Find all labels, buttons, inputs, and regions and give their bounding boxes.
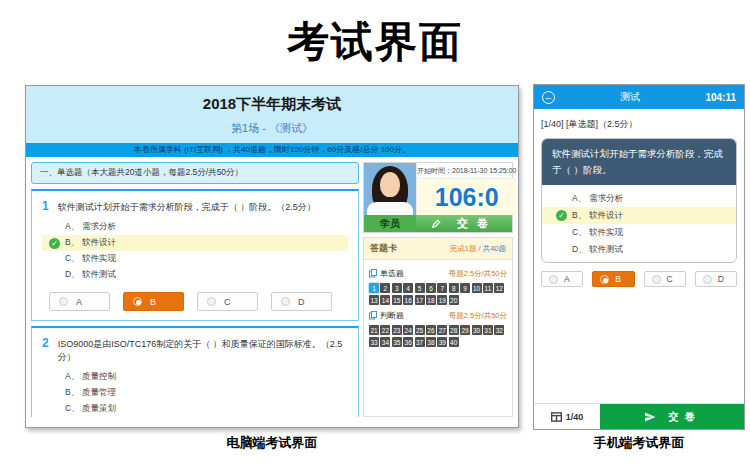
number-grid-true-false: 2122232425262728293031323334353637383940 [369, 325, 507, 349]
answer-card-toggle[interactable]: 1/40 [534, 404, 600, 429]
question-area: 一、单选题（本大题共20道小题，每题2.5分/共50分） 1 软件测试计划开始于… [31, 162, 359, 417]
answer-card-number-35[interactable]: 35 [392, 337, 402, 347]
answer-card-number-6[interactable]: 6 [426, 283, 436, 293]
option-letter: A、 [65, 371, 82, 383]
answer-card-number-13[interactable]: 13 [369, 295, 379, 305]
section-name-label: 单选题 [380, 268, 404, 279]
option-row-c[interactable]: C、 软件实现 [542, 224, 736, 241]
progress-counter: 1/40 [566, 412, 584, 422]
radio-icon [281, 297, 290, 306]
answer-button-d[interactable]: D [271, 292, 332, 311]
answer-card-number-40[interactable]: 40 [449, 337, 459, 347]
section-score: 每题2.5分/共50分 [449, 269, 507, 279]
option-row-b[interactable]: B、 质量管理 [42, 385, 348, 401]
answer-button-a[interactable]: A [49, 292, 110, 311]
submit-exam-button[interactable]: 交卷 [416, 215, 512, 232]
answer-card-number-37[interactable]: 37 [415, 337, 425, 347]
option-row-c[interactable]: C、 质量策划 [42, 401, 348, 417]
option-letter: A、 [572, 193, 589, 205]
answer-card-number-5[interactable]: 5 [415, 283, 425, 293]
exam-info-bar: 本卷所属学科 (IT/互联网) ，共40道题，限时120分钟，60分及格/总分 … [26, 143, 518, 157]
answer-button-d[interactable]: D [695, 271, 737, 287]
answer-card-number-19[interactable]: 19 [437, 295, 447, 305]
submit-label: 交卷 [663, 410, 701, 424]
answer-card-number-27[interactable]: 27 [437, 325, 447, 335]
radio-icon [133, 297, 142, 306]
answer-button-a[interactable]: A [541, 271, 583, 287]
answer-button-label: A [564, 274, 570, 284]
option-row-a[interactable]: A、 需求分析 [42, 219, 348, 235]
back-icon[interactable]: ← [542, 91, 555, 104]
answer-button-label: C [224, 297, 231, 307]
option-row-d[interactable]: D、 软件测试 [542, 241, 736, 258]
check-icon: ✓ [49, 238, 60, 249]
answer-card-number-16[interactable]: 16 [403, 295, 413, 305]
radio-icon [652, 275, 661, 284]
answer-card-number-17[interactable]: 17 [415, 295, 425, 305]
answer-button-b-selected[interactable]: B [123, 292, 184, 311]
submit-exam-button[interactable]: 交卷 [600, 404, 744, 429]
answer-card-number-24[interactable]: 24 [403, 325, 413, 335]
answer-card-number-18[interactable]: 18 [426, 295, 436, 305]
clipboard-icon [369, 311, 377, 320]
answer-card-number-15[interactable]: 15 [392, 295, 402, 305]
answer-card-number-9[interactable]: 9 [460, 283, 470, 293]
answer-card-number-1[interactable]: 1 [369, 283, 379, 293]
answer-card-number-4[interactable]: 4 [403, 283, 413, 293]
answer-card-number-7[interactable]: 7 [437, 283, 447, 293]
student-photo [364, 163, 416, 215]
option-row-b-selected[interactable]: ✓ B、 软件设计 [542, 207, 736, 224]
answer-card-number-32[interactable]: 32 [494, 325, 504, 335]
answer-button-c[interactable]: C [197, 292, 258, 311]
answer-card-number-26[interactable]: 26 [426, 325, 436, 335]
answer-button-b-selected[interactable]: B [592, 271, 634, 287]
answer-card-number-33[interactable]: 33 [369, 337, 379, 347]
option-row-a[interactable]: A、 需求分析 [542, 190, 736, 207]
answer-card-number-22[interactable]: 22 [380, 325, 390, 335]
answer-button-c[interactable]: C [644, 271, 686, 287]
option-letter: B、 [572, 210, 589, 222]
option-row-a[interactable]: A、 质量控制 [42, 369, 348, 385]
answer-card-number-39[interactable]: 39 [437, 337, 447, 347]
option-row-c[interactable]: C、 软件实现 [42, 251, 348, 267]
option-text: 软件设计 [82, 237, 116, 249]
option-row-b-selected[interactable]: ✓ B、 软件设计 [42, 235, 348, 251]
answer-card-number-20[interactable]: 20 [449, 295, 459, 305]
paper-plane-icon [644, 411, 656, 423]
answer-card-number-14[interactable]: 14 [380, 295, 390, 305]
mobile-header: ← 测试 104:11 [534, 85, 744, 109]
option-row-d[interactable]: D、 软件测试 [42, 267, 348, 283]
option-letter: B、 [65, 237, 82, 249]
answer-card-number-30[interactable]: 30 [472, 325, 482, 335]
option-text: 需求分析 [82, 221, 116, 233]
answer-card-number-3[interactable]: 3 [392, 283, 402, 293]
answer-card-number-23[interactable]: 23 [392, 325, 402, 335]
question-card-1: 1 软件测试计划开始于需求分析阶段，完成于（ ）阶段。（2.5分） A、 需求分… [31, 189, 359, 321]
answer-card-number-31[interactable]: 31 [483, 325, 493, 335]
exam-title: 2018下半年期末考试 [26, 95, 518, 114]
caption-mobile: 手机端考试界面 [533, 434, 745, 452]
exam-sidebar: 开始时间：2018-11-30 15:25:00 106:0 学员 交卷 答题卡… [363, 162, 513, 417]
answer-card-number-38[interactable]: 38 [426, 337, 436, 347]
answer-card-number-34[interactable]: 34 [380, 337, 390, 347]
answer-card-number-25[interactable]: 25 [415, 325, 425, 335]
question-text: ISO9000是由ISO/TC176制定的关于（ ）和质量保证的国际标准。（2.… [58, 338, 348, 364]
answer-card-number-11[interactable]: 11 [483, 283, 493, 293]
answer-button-label: B [150, 297, 156, 307]
option-text: 软件实现 [82, 253, 116, 265]
answer-card-number-8[interactable]: 8 [449, 283, 459, 293]
caption-desktop: 电脑端考试界面 [25, 434, 519, 452]
radio-icon [549, 275, 558, 284]
progress-total: 共40题 [483, 244, 506, 253]
answer-card-number-12[interactable]: 12 [494, 283, 504, 293]
answer-card-number-36[interactable]: 36 [403, 337, 413, 347]
grid-icon [551, 412, 562, 422]
answer-card-number-10[interactable]: 10 [472, 283, 482, 293]
answer-card-number-21[interactable]: 21 [369, 325, 379, 335]
option-letter: D、 [572, 244, 589, 256]
mobile-footer: 1/40 交卷 [534, 403, 744, 429]
answer-card-number-28[interactable]: 28 [449, 325, 459, 335]
answer-card-number-2[interactable]: 2 [380, 283, 390, 293]
start-time: 开始时间：2018-11-30 15:25:00 [417, 163, 516, 179]
answer-card-number-29[interactable]: 29 [460, 325, 470, 335]
